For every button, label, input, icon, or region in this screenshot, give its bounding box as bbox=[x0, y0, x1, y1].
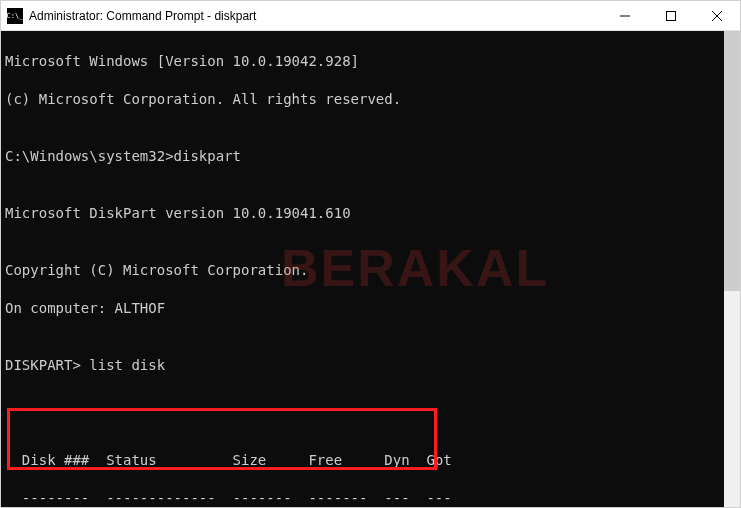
prompt-path: C:\Windows\system32> bbox=[5, 148, 174, 164]
maximize-button[interactable] bbox=[648, 1, 694, 30]
disk-table: Disk ### Status Size Free Dyn Gpt ------… bbox=[5, 413, 724, 507]
terminal-output[interactable]: Microsoft Windows [Version 10.0.19042.92… bbox=[1, 31, 724, 507]
prompt-command: diskpart bbox=[174, 148, 241, 164]
close-button[interactable] bbox=[694, 1, 740, 30]
window-controls bbox=[602, 1, 740, 30]
cmd-icon bbox=[7, 8, 23, 24]
diskpart-prompt: DISKPART> bbox=[5, 357, 81, 373]
list-disk-command: list disk bbox=[81, 357, 165, 373]
diskpart-version-line: Microsoft DiskPart version 10.0.19041.61… bbox=[5, 204, 724, 223]
svg-rect-1 bbox=[667, 11, 676, 20]
diskpart-copyright-line: Copyright (C) Microsoft Corporation. bbox=[5, 261, 724, 280]
os-version-line: Microsoft Windows [Version 10.0.19042.92… bbox=[5, 52, 724, 71]
os-copyright-line: (c) Microsoft Corporation. All rights re… bbox=[5, 90, 724, 109]
window-title: Administrator: Command Prompt - diskpart bbox=[29, 9, 256, 23]
disk-table-header: Disk ### Status Size Free Dyn Gpt bbox=[5, 451, 724, 470]
on-computer-line: On computer: ALTHOF bbox=[5, 299, 724, 318]
diskpart-prompt-list: DISKPART> list disk bbox=[5, 356, 724, 375]
client-area: Microsoft Windows [Version 10.0.19042.92… bbox=[1, 31, 740, 507]
title-bar: Administrator: Command Prompt - diskpart bbox=[1, 1, 740, 31]
prompt-line-1: C:\Windows\system32>diskpart bbox=[5, 147, 724, 166]
scrollbar-thumb[interactable] bbox=[724, 31, 740, 291]
vertical-scrollbar[interactable] bbox=[724, 31, 740, 507]
minimize-button[interactable] bbox=[602, 1, 648, 30]
disk-table-divider: -------- ------------- ------- ------- -… bbox=[5, 489, 724, 507]
